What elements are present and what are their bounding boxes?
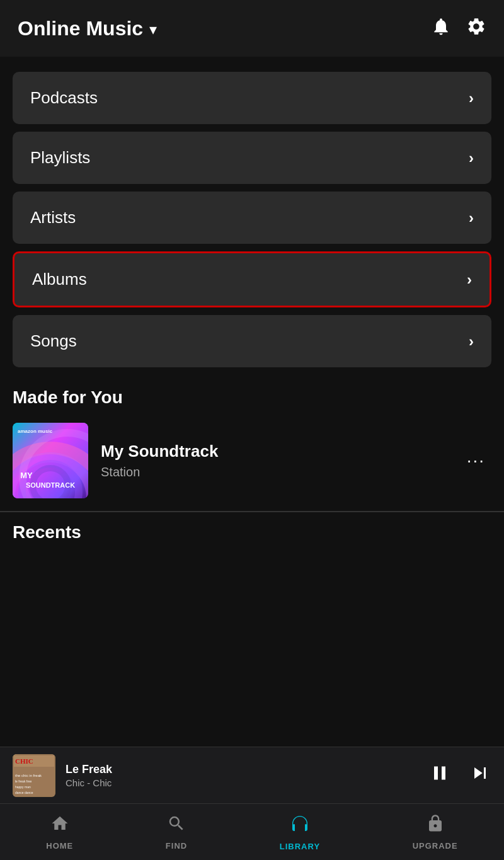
pause-button[interactable] (428, 762, 451, 789)
home-icon (50, 814, 69, 837)
skip-next-icon (469, 762, 491, 784)
now-playing-bar[interactable]: CHIC the chic in freak le freak free hap… (0, 747, 504, 803)
chic-art-svg: CHIC the chic in freak le freak free hap… (13, 754, 55, 797)
now-playing-controls (428, 762, 491, 789)
svg-point-4 (33, 468, 68, 498)
playlist-thumbnail: amazon music MY SOUNDTRACK (13, 423, 88, 498)
svg-point-3 (22, 464, 79, 498)
svg-text:the chic in freak: the chic in freak (15, 774, 42, 777)
bottom-navigation: HOME FIND LIBRARY UPGRADE (0, 803, 504, 860)
svg-rect-0 (13, 423, 88, 498)
svg-text:amazon music: amazon music (18, 428, 53, 434)
now-playing-title: Le Freak (66, 763, 418, 776)
svg-text:SOUNDTRACK: SOUNDTRACK (26, 481, 75, 489)
made-for-you-title: Made for You (13, 387, 491, 408)
menu-item-songs[interactable]: Songs › (13, 315, 491, 367)
menu-item-playlists[interactable]: Playlists › (13, 132, 491, 184)
nav-label-library: LIBRARY (280, 842, 320, 851)
lock-icon (426, 814, 445, 837)
chevron-right-icon: › (469, 333, 474, 350)
more-options-button[interactable]: ··· (461, 444, 491, 477)
headphones-icon (290, 813, 310, 838)
header: Online Music ▾ (0, 0, 504, 57)
playlist-name: My Soundtrack (101, 442, 448, 461)
playlist-type: Station (101, 465, 448, 479)
nav-label-upgrade: UPGRADE (413, 841, 458, 851)
header-title-group[interactable]: Online Music ▾ (18, 17, 157, 40)
recents-header: Recents (0, 511, 504, 542)
menu-item-artists[interactable]: Artists › (13, 192, 491, 244)
svg-point-1 (13, 448, 88, 498)
chevron-right-icon: › (467, 271, 472, 289)
now-playing-info: Le Freak Chic - Chic (66, 763, 418, 788)
notifications-icon[interactable] (431, 16, 451, 41)
made-for-you-section: Made for You amazon music (0, 367, 504, 511)
search-icon (167, 814, 186, 837)
chevron-right-icon: › (469, 89, 474, 107)
nav-label-find: FIND (166, 841, 187, 851)
settings-icon[interactable] (466, 16, 486, 41)
next-button[interactable] (469, 762, 491, 789)
nav-item-library[interactable]: LIBRARY (267, 808, 333, 856)
svg-text:happy man: happy man (15, 785, 31, 789)
thumbnail-art-svg: amazon music MY SOUNDTRACK (13, 423, 88, 498)
now-playing-thumbnail: CHIC the chic in freak le freak free hap… (13, 754, 55, 797)
svg-text:CHIC: CHIC (15, 757, 33, 765)
chevron-right-icon: › (469, 209, 474, 227)
header-icons (431, 16, 486, 41)
nav-item-home[interactable]: HOME (33, 809, 86, 856)
chevron-right-icon: › (469, 149, 474, 167)
nav-item-upgrade[interactable]: UPGRADE (400, 809, 471, 856)
now-playing-artist: Chic - Chic (66, 777, 418, 788)
menu-section: Podcasts › Playlists › Artists › Albums … (0, 57, 504, 367)
menu-item-podcasts[interactable]: Podcasts › (13, 72, 491, 124)
svg-text:MY: MY (20, 471, 33, 480)
pause-icon (428, 762, 451, 784)
svg-text:le freak free: le freak free (15, 779, 32, 783)
svg-text:dance dance: dance dance (15, 791, 33, 794)
nav-item-find[interactable]: FIND (153, 809, 200, 856)
dropdown-chevron-icon: ▾ (149, 21, 157, 38)
playlist-card-my-soundtrack[interactable]: amazon music MY SOUNDTRACK My Soundtrack… (13, 423, 491, 498)
playlist-info: My Soundtrack Station (101, 442, 448, 479)
svg-point-2 (13, 457, 88, 498)
menu-item-albums[interactable]: Albums › (13, 251, 491, 307)
recents-title: Recents (13, 522, 491, 542)
nav-label-home: HOME (46, 841, 73, 851)
page-title: Online Music (18, 17, 143, 40)
